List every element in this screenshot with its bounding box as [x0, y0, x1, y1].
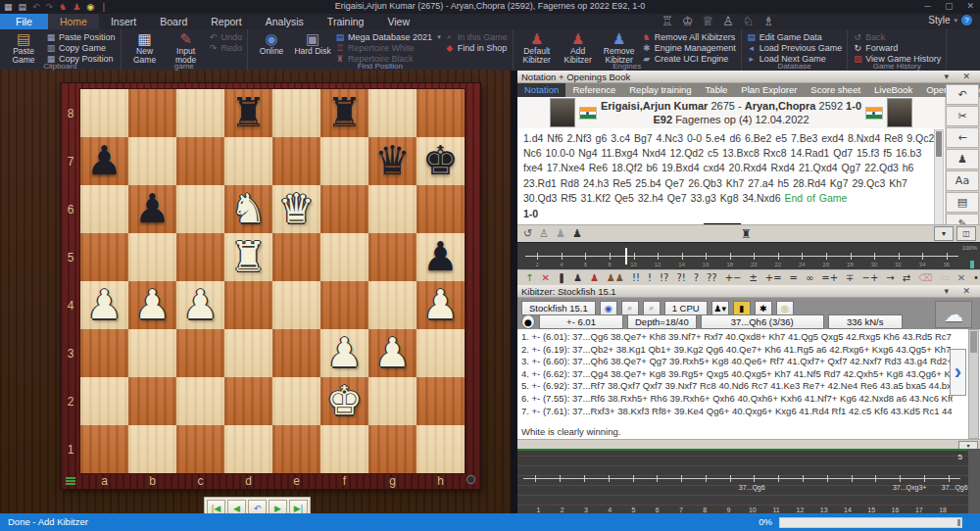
- annotation-symbol-14[interactable]: +=: [765, 272, 782, 283]
- square-c6[interactable]: [176, 185, 224, 233]
- square-f7[interactable]: [320, 137, 368, 185]
- square-c3[interactable]: [176, 329, 224, 377]
- annotation-symbol-24[interactable]: ✕: [957, 272, 965, 283]
- square-c1[interactable]: [176, 425, 224, 473]
- tab-plan-explorer[interactable]: Plan Explorer: [734, 83, 804, 97]
- menu-tab-board[interactable]: Board: [148, 14, 199, 29]
- expand-chevron-button[interactable]: ›: [950, 349, 966, 396]
- menu-tab-training[interactable]: Training: [316, 14, 376, 29]
- annotation-symbol-21[interactable]: ⇄: [903, 272, 910, 283]
- main-line-moves[interactable]: 1.d4 Nf6 2.Nf3 g6 3.c4 Bg7 4.Nc3 0-0 5.e…: [523, 132, 934, 204]
- annotation-symbol-10[interactable]: ?: [694, 272, 699, 283]
- engine-line-6[interactable]: 6. +- (7.55): 37...Rf6 38.Rxh5+ Rh6 39.R…: [521, 393, 953, 406]
- black-queen[interactable]: ♛: [368, 137, 416, 185]
- engine-select-button[interactable]: Stockfish 15.1: [521, 301, 596, 315]
- square-a8[interactable]: [80, 89, 128, 137]
- tab-score-sheet[interactable]: Score sheet: [804, 83, 867, 97]
- timeline-position-marker[interactable]: [625, 248, 627, 265]
- piece-icon[interactable]: ♟: [946, 149, 979, 169]
- unannotate-icon[interactable]: ↶: [946, 84, 979, 105]
- panel-controls[interactable]: ▾ ✕: [944, 72, 976, 81]
- white-knight[interactable]: ♞: [224, 185, 272, 233]
- menu-tab-insert[interactable]: Insert: [99, 14, 148, 29]
- square-d1[interactable]: [224, 425, 272, 473]
- square-b1[interactable]: [128, 425, 176, 473]
- white-pawn[interactable]: ♟: [128, 281, 176, 329]
- white-pawn[interactable]: ♟: [416, 281, 465, 329]
- engine-line-4[interactable]: 4. +- (6.62): 37...Qg4 38.Qe7+ Kg8 39.Rg…: [521, 368, 953, 381]
- pawn-white-icon[interactable]: ♙: [539, 227, 549, 240]
- lock-icon[interactable]: ▮: [733, 301, 751, 315]
- annotation-symbol-2[interactable]: ❚: [558, 272, 565, 283]
- button-forward[interactable]: ↻Forward: [851, 42, 943, 53]
- annotation-symbol-5[interactable]: ♟♟: [607, 272, 624, 283]
- tab-table[interactable]: Table: [699, 83, 735, 97]
- annotation-symbol-7[interactable]: !: [648, 272, 652, 283]
- tab-livebook[interactable]: LiveBook: [867, 83, 919, 97]
- button-hard-disk[interactable]: ▣Hard Disk: [292, 30, 333, 56]
- notation-scrollbar[interactable]: [934, 129, 944, 225]
- square-d2[interactable]: [224, 377, 272, 425]
- square-f5[interactable]: [320, 233, 368, 281]
- button-online[interactable]: ◉Online: [251, 30, 292, 56]
- square-a5[interactable]: [80, 233, 128, 281]
- tree-view-icon[interactable]: ▤: [946, 192, 979, 213]
- book-panel-icon[interactable]: ◫: [956, 226, 976, 241]
- square-a6[interactable]: [80, 185, 128, 233]
- annotation-symbol-22[interactable]: ⌫: [918, 272, 932, 283]
- square-c5[interactable]: [176, 233, 224, 281]
- square-h4[interactable]: ♟: [416, 281, 465, 329]
- black-pawn[interactable]: ♟: [128, 185, 176, 233]
- annotation-symbol-16[interactable]: ∞: [806, 272, 813, 283]
- button-edit-game-data[interactable]: ▤Edit Game Data: [745, 31, 845, 42]
- square-e4[interactable]: [272, 281, 320, 329]
- cpu-count-button[interactable]: 1 CPU: [664, 301, 708, 315]
- button-remove-all-kibitzers[interactable]: ♞Remove All Kibitzers: [640, 31, 738, 42]
- square-d8[interactable]: ♜: [224, 89, 272, 137]
- button-paste-position[interactable]: ▦Paste Position: [44, 31, 118, 42]
- annotation-symbol-19[interactable]: −+: [862, 272, 879, 283]
- evaluation-button[interactable]: +- 6.01: [539, 314, 623, 329]
- engine-lines[interactable]: 1. +- (6.01): 37...Qg6 38.Qe7+ Kh8 39.Nf…: [517, 329, 980, 439]
- square-a1[interactable]: [80, 425, 128, 473]
- square-d3[interactable]: [224, 329, 272, 377]
- engine-state-icon[interactable]: ●: [521, 314, 535, 329]
- square-f3[interactable]: ♟: [320, 329, 368, 377]
- minimize-button[interactable]: ─: [925, 1, 931, 11]
- square-e7[interactable]: [272, 137, 320, 185]
- help-icon[interactable]: ?: [961, 15, 972, 25]
- board-menu-icon[interactable]: [66, 476, 75, 486]
- black-rook[interactable]: ♜: [224, 89, 272, 137]
- square-g5[interactable]: [368, 233, 416, 281]
- square-e1[interactable]: [272, 425, 320, 473]
- square-a3[interactable]: [80, 329, 128, 377]
- white-pawn[interactable]: ♟: [368, 329, 416, 377]
- maximize-button[interactable]: ▢: [945, 1, 954, 11]
- square-b3[interactable]: [128, 329, 176, 377]
- engine-line-3[interactable]: 3. +- (6.60): 37...Qh6 38.Qe7+ Qg7 39.Rx…: [521, 356, 953, 368]
- square-g1[interactable]: [368, 425, 416, 473]
- square-b4[interactable]: ♟: [128, 281, 176, 329]
- square-g8[interactable]: [368, 89, 416, 137]
- engine-line-2[interactable]: 2. +- (6.19): 37...Qb2+ 38.Kg1 Qb1+ 39.K…: [521, 344, 953, 357]
- engine-lines-scrollbar[interactable]: [968, 329, 979, 439]
- square-b2[interactable]: [128, 377, 176, 425]
- white-pawn[interactable]: ♟: [176, 281, 224, 329]
- white-queen[interactable]: ♛: [272, 185, 320, 233]
- cloud-engine-button[interactable]: ☁: [935, 301, 972, 328]
- square-g2[interactable]: [368, 377, 416, 425]
- button-input-mode[interactable]: ✎Input mode: [166, 30, 207, 65]
- black-king[interactable]: ♚: [416, 137, 465, 185]
- annotation-symbol-6[interactable]: !!: [632, 272, 640, 283]
- square-a4[interactable]: ♟: [80, 281, 128, 329]
- engine-line-7[interactable]: 7. +- (7.61): 37...Rxf3+ 38.Kxf3 Rf8+ 39…: [521, 406, 953, 418]
- game-timeline-slider[interactable]: 24681012141618202224262830323436 100%: [517, 242, 980, 270]
- button-load-previous-game[interactable]: ◂Load Previous Game: [745, 42, 845, 53]
- tab-reference[interactable]: Reference: [565, 83, 622, 97]
- tab-replay-training[interactable]: Replay training: [622, 83, 698, 97]
- square-e6[interactable]: ♛: [272, 185, 320, 233]
- button-add-kibitzer[interactable]: ♟Add Kibitzer: [558, 30, 599, 65]
- square-d6[interactable]: ♞: [224, 185, 272, 233]
- button-default-kibitzer[interactable]: ♟Default Kibitzer: [516, 30, 558, 65]
- square-h1[interactable]: [416, 425, 465, 473]
